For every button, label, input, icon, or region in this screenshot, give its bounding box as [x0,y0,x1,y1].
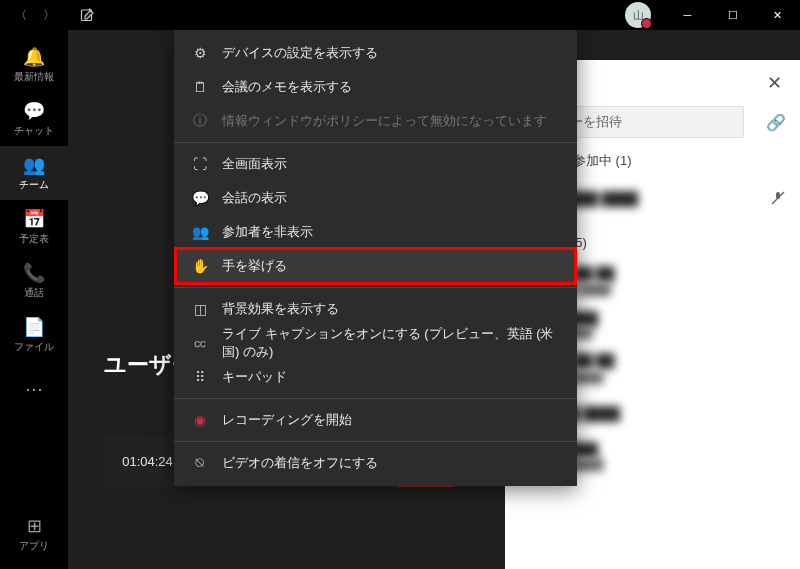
menu-info-disabled: ⓘ情報ウィンドウがポリシーによって無効になっています [174,104,577,138]
forward-button[interactable]: 〉 [36,2,62,28]
menu-raise-hand[interactable]: ✋手を挙げる [174,249,577,283]
sidebar-ellipsis[interactable]: ⋯ [0,362,68,416]
fullscreen-icon: ⛶ [192,156,208,172]
file-icon: 📄 [23,316,45,338]
panel-close-button[interactable]: ✕ [767,72,782,94]
sidebar-item-teams[interactable]: 👥チーム [0,146,68,200]
menu-meeting-notes[interactable]: 🗒会議のメモを表示する [174,70,577,104]
user-avatar[interactable]: 山 [625,2,651,28]
minimize-button[interactable]: ─ [665,0,710,30]
menu-separator [174,441,577,442]
apps-icon: ⊞ [27,515,42,537]
main-area: ⚙デバイスの設定を表示する 🗒会議のメモを表示する ⓘ情報ウィンドウがポリシーに… [68,30,800,569]
menu-fullscreen[interactable]: ⛶全画面表示 [174,147,577,181]
video-off-icon: ⦰ [192,455,208,472]
compose-icon[interactable] [80,7,96,23]
menu-separator [174,398,577,399]
more-actions-menu: ⚙デバイスの設定を表示する 🗒会議のメモを表示する ⓘ情報ウィンドウがポリシーに… [174,30,577,486]
sidebar-item-apps[interactable]: ⊞アプリ [0,507,68,561]
hand-icon: ✋ [192,258,208,274]
gear-icon: ⚙ [192,45,208,61]
menu-captions[interactable]: ㏄ライブ キャプションをオンにする (プレビュー、英語 (米国) のみ) [174,326,577,360]
maximize-button[interactable]: ☐ [710,0,755,30]
close-button[interactable]: ✕ [755,0,800,30]
conversation-icon: 💬 [192,190,208,206]
menu-conversation[interactable]: 💬会話の表示 [174,181,577,215]
chat-icon: 💬 [23,100,45,122]
sidebar-item-files[interactable]: 📄ファイル [0,308,68,362]
sidebar-item-chat[interactable]: 💬チャット [0,92,68,146]
teams-icon: 👥 [23,154,45,176]
notes-icon: 🗒 [192,79,208,95]
more-icon: ⋯ [25,378,43,400]
sidebar-item-activity[interactable]: 🔔最新情報 [0,38,68,92]
mic-muted-icon [770,190,786,206]
sidebar-item-calls[interactable]: 📞通話 [0,254,68,308]
record-icon: ◉ [192,412,208,428]
menu-recording[interactable]: ◉レコーディングを開始 [174,403,577,437]
info-icon: ⓘ [192,112,208,130]
background-icon: ◫ [192,301,208,317]
copy-link-icon[interactable]: 🔗 [766,113,786,132]
menu-background[interactable]: ◫背景効果を表示する [174,292,577,326]
menu-hide-participants[interactable]: 👥参加者を非表示 [174,215,577,249]
menu-keypad[interactable]: ⠿キーパッド [174,360,577,394]
keypad-icon: ⠿ [192,369,208,385]
app-sidebar: 🔔最新情報 💬チャット 👥チーム 📅予定表 📞通話 📄ファイル ⋯ ⊞アプリ [0,30,68,569]
menu-separator [174,287,577,288]
menu-separator [174,142,577,143]
captions-icon: ㏄ [192,334,208,352]
participants-icon: 👥 [192,224,208,240]
sidebar-item-calendar[interactable]: 📅予定表 [0,200,68,254]
title-bar: 〈 〉 山 ─ ☐ ✕ [0,0,800,30]
calendar-icon: 📅 [23,208,45,230]
back-button[interactable]: 〈 [8,2,34,28]
phone-icon: 📞 [23,262,45,284]
bell-icon: 🔔 [23,46,45,68]
menu-incoming-video-off[interactable]: ⦰ビデオの着信をオフにする [174,446,577,480]
menu-device-settings[interactable]: ⚙デバイスの設定を表示する [174,36,577,70]
